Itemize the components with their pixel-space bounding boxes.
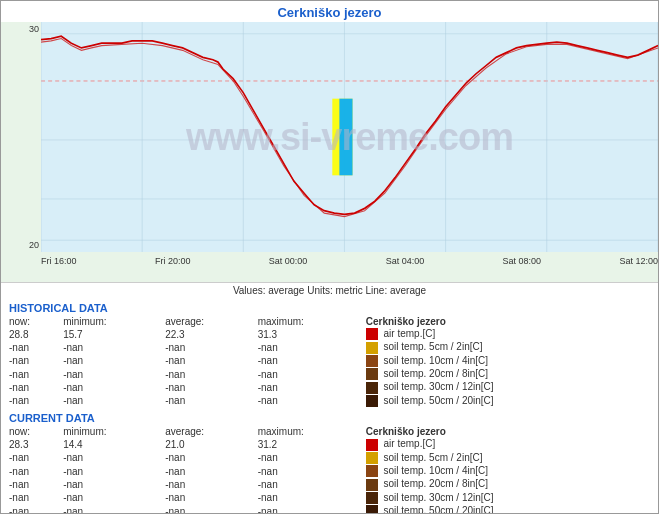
col-now-h: now: xyxy=(9,316,63,328)
cell-avg: 21.0 xyxy=(165,438,258,451)
cell-max: 31.3 xyxy=(258,328,366,341)
main-container: Cerkniško jezero 30 20 www.si-vreme.com xyxy=(0,0,659,514)
label-text: air temp.[C] xyxy=(384,328,436,339)
cell-now: -nan xyxy=(9,452,63,465)
cell-max: -nan xyxy=(258,465,366,478)
cell-label: soil temp. 10cm / 4in[C] xyxy=(366,355,650,368)
x-label-5: Sat 12:00 xyxy=(619,256,658,266)
cell-max: -nan xyxy=(258,505,366,513)
col-avg-c: average: xyxy=(165,426,258,438)
x-label-4: Sat 08:00 xyxy=(503,256,542,266)
cell-min: -nan xyxy=(63,505,165,513)
label-text: air temp.[C] xyxy=(384,438,436,449)
cell-label: soil temp. 50cm / 20in[C] xyxy=(366,505,650,513)
cell-max: -nan xyxy=(258,381,366,394)
col-station-c: Cerkniško jezero xyxy=(366,426,650,438)
label-text: soil temp. 10cm / 4in[C] xyxy=(384,465,488,476)
cell-min: -nan xyxy=(63,395,165,408)
y-label-top: 30 xyxy=(29,24,39,34)
table-row: -nan -nan -nan -nan soil temp. 5cm / 2in… xyxy=(9,452,650,465)
x-label-3: Sat 04:00 xyxy=(386,256,425,266)
table-row: -nan -nan -nan -nan soil temp. 20cm / 8i… xyxy=(9,478,650,491)
cell-max: -nan xyxy=(258,368,366,381)
cell-min: -nan xyxy=(63,355,165,368)
cell-min: -nan xyxy=(63,341,165,354)
cell-label: soil temp. 50cm / 20in[C] xyxy=(366,395,650,408)
color-swatch xyxy=(366,492,378,504)
cell-avg: -nan xyxy=(165,492,258,505)
data-section: HISTORICAL DATA now: minimum: average: m… xyxy=(1,298,658,513)
table-row: -nan -nan -nan -nan soil temp. 30cm / 12… xyxy=(9,381,650,394)
col-now-c: now: xyxy=(9,426,63,438)
current-section-title: CURRENT DATA xyxy=(9,412,650,424)
col-min-c: minimum: xyxy=(63,426,165,438)
cell-avg: -nan xyxy=(165,478,258,491)
cell-now: 28.3 xyxy=(9,438,63,451)
chart-area: 30 20 www.si-vreme.com xyxy=(1,22,658,282)
cell-min: -nan xyxy=(63,465,165,478)
cell-min: -nan xyxy=(63,492,165,505)
cell-min: -nan xyxy=(63,478,165,491)
cell-max: -nan xyxy=(258,478,366,491)
color-swatch xyxy=(366,505,378,513)
col-station-h: Cerkniško jezero xyxy=(366,316,650,328)
color-swatch xyxy=(366,355,378,367)
cell-min: -nan xyxy=(63,452,165,465)
cell-now: -nan xyxy=(9,505,63,513)
cell-now: -nan xyxy=(9,381,63,394)
cell-label: soil temp. 30cm / 12in[C] xyxy=(366,381,650,394)
chart-svg-area: www.si-vreme.com xyxy=(41,22,658,252)
label-text: soil temp. 20cm / 8in[C] xyxy=(384,368,488,379)
chart-svg xyxy=(41,22,658,252)
cell-label: soil temp. 10cm / 4in[C] xyxy=(366,465,650,478)
label-text: soil temp. 50cm / 20in[C] xyxy=(384,395,494,406)
cell-avg: 22.3 xyxy=(165,328,258,341)
color-swatch xyxy=(366,439,378,451)
historical-header-row: now: minimum: average: maximum: Cerknišk… xyxy=(9,316,650,328)
x-label-0: Fri 16:00 xyxy=(41,256,77,266)
table-row: -nan -nan -nan -nan soil temp. 50cm / 20… xyxy=(9,395,650,408)
table-row: 28.3 14.4 21.0 31.2 air temp.[C] xyxy=(9,438,650,451)
cell-now: -nan xyxy=(9,395,63,408)
cell-avg: -nan xyxy=(165,395,258,408)
table-row: -nan -nan -nan -nan soil temp. 10cm / 4i… xyxy=(9,465,650,478)
cell-label: soil temp. 20cm / 8in[C] xyxy=(366,368,650,381)
col-avg-h: average: xyxy=(165,316,258,328)
color-swatch xyxy=(366,465,378,477)
label-text: soil temp. 5cm / 2in[C] xyxy=(384,452,483,463)
cell-min: 15.7 xyxy=(63,328,165,341)
svg-rect-14 xyxy=(339,99,352,176)
color-swatch xyxy=(366,452,378,464)
color-swatch xyxy=(366,479,378,491)
label-text: soil temp. 50cm / 20in[C] xyxy=(384,505,494,513)
cell-now: -nan xyxy=(9,368,63,381)
current-table: now: minimum: average: maximum: Cerknišk… xyxy=(9,426,650,513)
cell-label: soil temp. 5cm / 2in[C] xyxy=(366,341,650,354)
color-swatch xyxy=(366,382,378,394)
cell-avg: -nan xyxy=(165,505,258,513)
cell-now: -nan xyxy=(9,341,63,354)
label-text: soil temp. 30cm / 12in[C] xyxy=(384,381,494,392)
cell-label: soil temp. 5cm / 2in[C] xyxy=(366,452,650,465)
cell-now: -nan xyxy=(9,478,63,491)
cell-max: -nan xyxy=(258,452,366,465)
table-row: -nan -nan -nan -nan soil temp. 30cm / 12… xyxy=(9,492,650,505)
label-text: soil temp. 20cm / 8in[C] xyxy=(384,478,488,489)
color-swatch xyxy=(366,342,378,354)
cell-avg: -nan xyxy=(165,465,258,478)
historical-section-title: HISTORICAL DATA xyxy=(9,302,650,314)
chart-meta: Values: average Units: metric Line: aver… xyxy=(1,282,658,298)
cell-max: 31.2 xyxy=(258,438,366,451)
chart-meta-text: Values: average Units: metric Line: aver… xyxy=(233,285,426,296)
color-swatch xyxy=(366,368,378,380)
current-header-row: now: minimum: average: maximum: Cerknišk… xyxy=(9,426,650,438)
historical-table: now: minimum: average: maximum: Cerknišk… xyxy=(9,316,650,408)
table-row: -nan -nan -nan -nan soil temp. 20cm / 8i… xyxy=(9,368,650,381)
table-row: -nan -nan -nan -nan soil temp. 50cm / 20… xyxy=(9,505,650,513)
cell-label: soil temp. 30cm / 12in[C] xyxy=(366,492,650,505)
cell-avg: -nan xyxy=(165,381,258,394)
cell-max: -nan xyxy=(258,395,366,408)
x-axis-labels: Fri 16:00 Fri 20:00 Sat 00:00 Sat 04:00 … xyxy=(41,254,658,282)
cell-label: air temp.[C] xyxy=(366,328,650,341)
y-label-bot: 20 xyxy=(29,240,39,250)
